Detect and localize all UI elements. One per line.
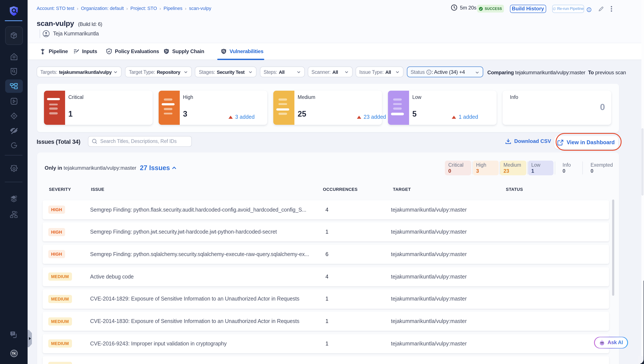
svg-text:?: ?: [12, 331, 14, 335]
